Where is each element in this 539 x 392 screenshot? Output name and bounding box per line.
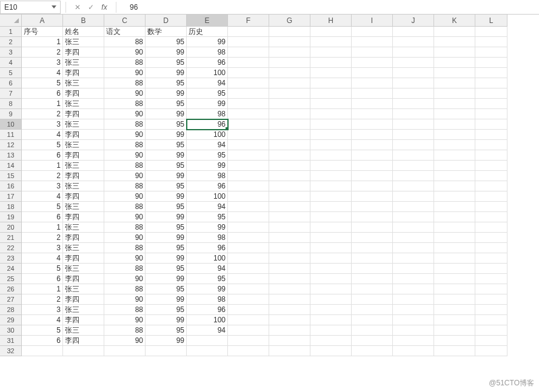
cell-G8[interactable]: [269, 99, 310, 109]
cell-H28[interactable]: [310, 305, 352, 315]
cell-A2[interactable]: 1: [22, 37, 63, 47]
cell-D11[interactable]: 99: [146, 130, 187, 140]
cell-E23[interactable]: 100: [187, 253, 228, 264]
cell-F24[interactable]: [228, 264, 269, 274]
cell-J30[interactable]: [393, 325, 434, 336]
cell-E22[interactable]: 96: [187, 243, 228, 253]
cell-B26[interactable]: 张三: [63, 284, 104, 294]
cell-H30[interactable]: [310, 325, 352, 336]
cell-J21[interactable]: [393, 233, 434, 243]
row-header-10[interactable]: 10: [0, 119, 22, 130]
row-header-16[interactable]: 16: [0, 181, 22, 191]
cell-D18[interactable]: 95: [146, 202, 187, 212]
cell-A1[interactable]: 序号: [22, 27, 63, 37]
cell-I13[interactable]: [352, 150, 393, 161]
cell-H22[interactable]: [310, 243, 352, 253]
cell-B21[interactable]: 李四: [63, 233, 104, 243]
row-header-5[interactable]: 5: [0, 68, 22, 78]
cell-C1[interactable]: 语文: [104, 27, 146, 37]
cell-B12[interactable]: 张三: [63, 140, 104, 150]
cell-C2[interactable]: 88: [104, 37, 146, 47]
cell-J26[interactable]: [393, 284, 434, 294]
cell-E10[interactable]: 96: [187, 119, 228, 130]
cell-F19[interactable]: [228, 212, 269, 222]
cell-K19[interactable]: [434, 212, 475, 222]
cell-E9[interactable]: 98: [187, 109, 228, 119]
cell-H8[interactable]: [310, 99, 352, 109]
cell-K9[interactable]: [434, 109, 475, 119]
cell-G17[interactable]: [269, 191, 310, 202]
cell-C13[interactable]: 90: [104, 150, 146, 161]
cell-H9[interactable]: [310, 109, 352, 119]
cell-L21[interactable]: [475, 233, 507, 243]
cell-K23[interactable]: [434, 253, 475, 264]
cell-A14[interactable]: 1: [22, 161, 63, 171]
cell-C25[interactable]: 90: [104, 274, 146, 284]
row-header-32[interactable]: 32: [0, 346, 22, 356]
cell-C22[interactable]: 88: [104, 243, 146, 253]
cell-I2[interactable]: [352, 37, 393, 47]
row-header-19[interactable]: 19: [0, 212, 22, 222]
cell-C18[interactable]: 88: [104, 202, 146, 212]
cell-D2[interactable]: 95: [146, 37, 187, 47]
cell-J17[interactable]: [393, 191, 434, 202]
cell-C20[interactable]: 88: [104, 222, 146, 233]
cell-E21[interactable]: 98: [187, 233, 228, 243]
cell-E15[interactable]: 98: [187, 171, 228, 181]
cell-D15[interactable]: 99: [146, 171, 187, 181]
row-header-30[interactable]: 30: [0, 325, 22, 336]
cell-C5[interactable]: 90: [104, 68, 146, 78]
cell-H24[interactable]: [310, 264, 352, 274]
cell-F26[interactable]: [228, 284, 269, 294]
cell-K26[interactable]: [434, 284, 475, 294]
cell-A23[interactable]: 4: [22, 253, 63, 264]
column-header-I[interactable]: I: [352, 15, 393, 27]
cell-B3[interactable]: 李四: [63, 47, 104, 58]
cell-D3[interactable]: 99: [146, 47, 187, 58]
cell-H21[interactable]: [310, 233, 352, 243]
row-header-1[interactable]: 1: [0, 27, 22, 37]
cell-A28[interactable]: 3: [22, 305, 63, 315]
cell-D7[interactable]: 99: [146, 88, 187, 99]
cell-H32[interactable]: [310, 346, 352, 356]
cell-H17[interactable]: [310, 191, 352, 202]
column-header-F[interactable]: F: [228, 15, 269, 27]
cell-L18[interactable]: [475, 202, 507, 212]
column-header-C[interactable]: C: [104, 15, 146, 27]
cell-D25[interactable]: 99: [146, 274, 187, 284]
cell-A4[interactable]: 3: [22, 58, 63, 68]
cell-H23[interactable]: [310, 253, 352, 264]
cell-B31[interactable]: 李四: [63, 336, 104, 346]
cell-D14[interactable]: 95: [146, 161, 187, 171]
cell-B22[interactable]: 张三: [63, 243, 104, 253]
cell-B25[interactable]: 李四: [63, 274, 104, 284]
cell-J7[interactable]: [393, 88, 434, 99]
cell-K4[interactable]: [434, 58, 475, 68]
cell-C19[interactable]: 90: [104, 212, 146, 222]
cell-D1[interactable]: 数学: [146, 27, 187, 37]
cell-D30[interactable]: 95: [146, 325, 187, 336]
cell-I6[interactable]: [352, 78, 393, 88]
cell-G14[interactable]: [269, 161, 310, 171]
cell-K30[interactable]: [434, 325, 475, 336]
cancel-icon[interactable]: ✕: [72, 2, 83, 13]
cell-J16[interactable]: [393, 181, 434, 191]
cell-H2[interactable]: [310, 37, 352, 47]
cell-D8[interactable]: 95: [146, 99, 187, 109]
cell-G12[interactable]: [269, 140, 310, 150]
cell-B9[interactable]: 李四: [63, 109, 104, 119]
cell-C3[interactable]: 90: [104, 47, 146, 58]
column-header-E[interactable]: E: [187, 15, 228, 27]
cell-C4[interactable]: 88: [104, 58, 146, 68]
column-header-J[interactable]: J: [393, 15, 434, 27]
cell-B30[interactable]: 张三: [63, 325, 104, 336]
cell-F12[interactable]: [228, 140, 269, 150]
cell-A5[interactable]: 4: [22, 68, 63, 78]
cell-I23[interactable]: [352, 253, 393, 264]
cell-K31[interactable]: [434, 336, 475, 346]
cell-J19[interactable]: [393, 212, 434, 222]
cell-G3[interactable]: [269, 47, 310, 58]
row-header-20[interactable]: 20: [0, 222, 22, 233]
cell-C6[interactable]: 88: [104, 78, 146, 88]
fx-icon[interactable]: fx: [99, 2, 110, 13]
